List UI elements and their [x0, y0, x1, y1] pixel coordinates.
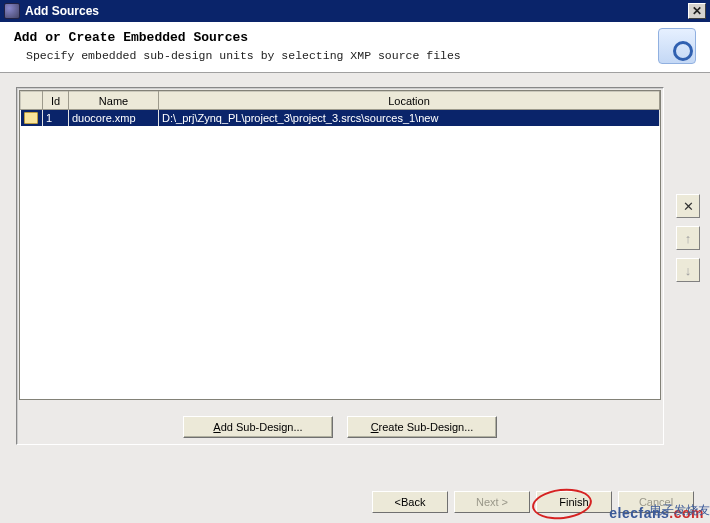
close-button[interactable]: ✕: [688, 3, 706, 19]
add-label: dd Sub-Design...: [221, 421, 303, 433]
move-down-button[interactable]: ↓: [676, 258, 700, 282]
page-description: Specify embedded sub-design units by sel…: [14, 49, 646, 62]
sources-table-wrap: Id Name Location 1 duocore.xmp: [19, 90, 661, 400]
sources-magnify-icon: [658, 28, 696, 64]
folder-icon: [24, 112, 38, 124]
sources-panel: Id Name Location 1 duocore.xmp: [16, 87, 664, 445]
next-mnemonic: N: [476, 496, 484, 508]
col-location[interactable]: Location: [159, 92, 660, 110]
x-icon: ✕: [683, 199, 694, 214]
back-button[interactable]: < Back: [372, 491, 448, 513]
content-area: Id Name Location 1 duocore.xmp: [0, 73, 710, 445]
wizard-header: Add or Create Embedded Sources Specify e…: [0, 22, 710, 73]
back-rest: ack: [408, 496, 425, 508]
close-icon: ✕: [692, 4, 702, 18]
row-icon-cell: [21, 110, 43, 127]
arrow-up-icon: ↑: [685, 231, 692, 246]
table-header-row: Id Name Location: [21, 92, 660, 110]
create-label: reate Sub-Design...: [379, 421, 474, 433]
col-name[interactable]: Name: [69, 92, 159, 110]
row-name: duocore.xmp: [69, 110, 159, 127]
row-id: 1: [43, 110, 69, 127]
window-title: Add Sources: [25, 4, 688, 18]
arrow-down-icon: ↓: [685, 263, 692, 278]
col-icon[interactable]: [21, 92, 43, 110]
header-text: Add or Create Embedded Sources Specify e…: [14, 30, 646, 62]
cancel-label: Cancel: [639, 496, 673, 508]
side-buttons: ✕ ↑ ↓: [676, 194, 700, 282]
wizard-nav: < Back Next > Finish Cancel: [372, 491, 694, 513]
add-sub-design-button[interactable]: Add Sub-Design...: [183, 416, 333, 438]
titlebar: Add Sources ✕: [0, 0, 710, 22]
next-rest: ext >: [484, 496, 508, 508]
table-row[interactable]: 1 duocore.xmp: [21, 110, 660, 127]
move-up-button[interactable]: ↑: [676, 226, 700, 250]
finish-button[interactable]: Finish: [536, 491, 612, 513]
panel-buttons: Add Sub-Design... Create Sub-Design...: [17, 416, 663, 438]
remove-row-button[interactable]: ✕: [676, 194, 700, 218]
back-mnemonic: B: [401, 496, 408, 508]
cancel-button[interactable]: Cancel: [618, 491, 694, 513]
create-sub-design-button[interactable]: Create Sub-Design...: [347, 416, 497, 438]
finish-mnemonic: F: [559, 496, 566, 508]
create-mnemonic: C: [371, 421, 379, 433]
app-icon: [4, 3, 20, 19]
next-button[interactable]: Next >: [454, 491, 530, 513]
col-id[interactable]: Id: [43, 92, 69, 110]
location-input[interactable]: [159, 110, 659, 126]
row-location-cell: [159, 110, 660, 127]
sources-table: Id Name Location 1 duocore.xmp: [20, 91, 660, 126]
page-title: Add or Create Embedded Sources: [14, 30, 646, 45]
finish-rest: inish: [566, 496, 589, 508]
add-mnemonic: A: [213, 421, 220, 433]
